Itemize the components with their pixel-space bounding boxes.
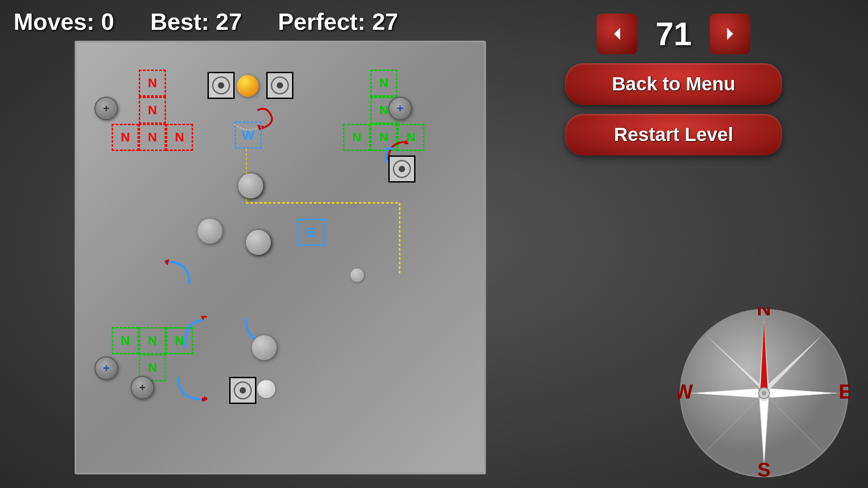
compass: N S W E bbox=[678, 307, 850, 479]
gray-ball-left-mid bbox=[198, 219, 222, 244]
pole-bottom-left: + bbox=[94, 357, 118, 380]
red-n-cell: N bbox=[139, 124, 166, 151]
target-box-bottom bbox=[229, 377, 256, 404]
svg-text:E: E bbox=[839, 380, 850, 403]
green-n-cell-bottom: N bbox=[112, 327, 139, 354]
blue-curve-bottom-2 bbox=[176, 316, 208, 354]
game-board[interactable]: N N N N N W bbox=[75, 41, 486, 474]
blue-w-box: W bbox=[235, 122, 262, 149]
red-n-cell: N bbox=[166, 124, 193, 151]
target-box-2 bbox=[266, 72, 293, 99]
pole-top-left bbox=[94, 97, 118, 120]
svg-marker-7 bbox=[204, 396, 208, 402]
restart-level-button[interactable]: Restart Level bbox=[565, 114, 782, 155]
right-panel: 71 Back to Menu Restart Level bbox=[479, 0, 868, 488]
green-n-cell-bottom: N bbox=[139, 327, 166, 354]
target-box-1 bbox=[208, 72, 235, 99]
gray-cross-balls bbox=[246, 230, 298, 309]
pole-bottom-left-2 bbox=[131, 376, 154, 399]
level-number: 71 bbox=[646, 15, 701, 52]
red-n-cell: N bbox=[112, 124, 139, 151]
red-n-cell: N bbox=[139, 70, 166, 97]
back-to-menu-button[interactable]: Back to Menu bbox=[565, 63, 782, 105]
svg-text:N: N bbox=[757, 307, 771, 319]
header: Moves: 0 Best: 27 Perfect: 27 bbox=[0, 0, 479, 43]
gray-ball-bottom-center bbox=[252, 335, 277, 360]
orange-ball bbox=[237, 75, 259, 97]
prev-level-button[interactable] bbox=[597, 14, 637, 54]
red-n-cell: N bbox=[139, 97, 166, 124]
level-selector: 71 bbox=[597, 14, 750, 54]
white-ball-bottom bbox=[257, 380, 275, 398]
moves-display: Moves: 0 bbox=[14, 8, 114, 35]
svg-marker-10 bbox=[727, 28, 733, 40]
svg-text:S: S bbox=[757, 459, 770, 479]
svg-marker-9 bbox=[614, 28, 620, 40]
perfect-display: Perfect: 27 bbox=[278, 8, 398, 35]
green-n-cell: N bbox=[343, 124, 370, 151]
small-gray-ball-path-end bbox=[350, 268, 364, 282]
green-n-cell: N bbox=[370, 70, 397, 97]
target-box-3 bbox=[388, 155, 415, 183]
pole-top-right: + bbox=[388, 97, 412, 120]
blue-curve-bottom-left bbox=[162, 257, 194, 291]
blue-e-box: E bbox=[298, 219, 325, 246]
blue-curve-lower bbox=[176, 375, 208, 404]
next-level-button[interactable] bbox=[710, 14, 750, 54]
best-display: Best: 27 bbox=[151, 8, 242, 35]
svg-text:W: W bbox=[678, 380, 693, 403]
svg-point-26 bbox=[762, 391, 766, 395]
